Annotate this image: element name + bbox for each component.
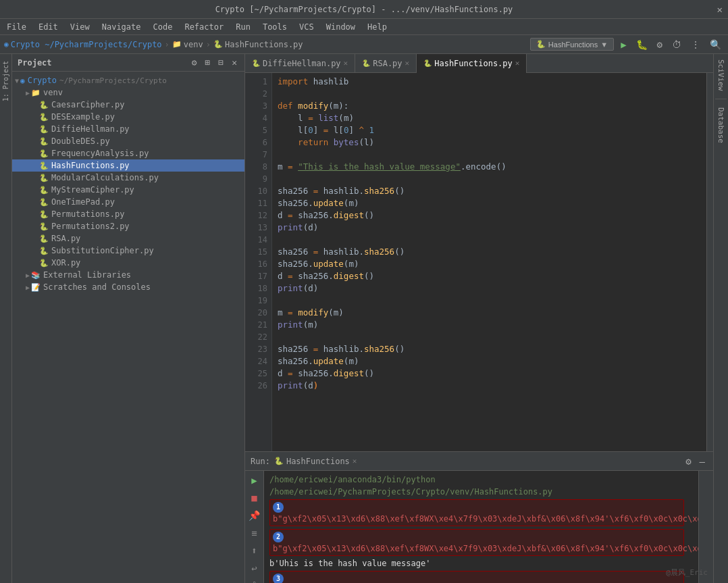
search-icon[interactable]: 🔍: [707, 38, 724, 51]
editor-tabs: 🐍 DiffieHellman.py ✕ 🐍 RSA.py ✕ 🐍 HashFu…: [245, 54, 713, 73]
tab-rsa[interactable]: 🐍 RSA.py ✕: [355, 54, 417, 73]
menu-file[interactable]: File: [4, 21, 29, 33]
tree-des[interactable]: 🐍 DESExample.py: [12, 111, 244, 123]
tree-venv[interactable]: ▶ 📁 venv: [12, 86, 244, 99]
run-panel-header: Run: 🐍 HashFunctions ✕ ⚙ —: [245, 452, 713, 471]
run-config-button[interactable]: 🐍 HashFunctions ▼: [530, 38, 614, 51]
scroll-icon[interactable]: ≡: [250, 526, 258, 540]
breadcrumb-file[interactable]: 🐍 HashFunctions.py: [213, 40, 303, 49]
menu-vcs[interactable]: VCS: [296, 21, 317, 33]
sidebar-settings-icon[interactable]: ⚙: [190, 57, 199, 68]
output-line-1: 1 b"g\xf2\x05\x13\xd6\x88\xef\xf8WX\xe4\…: [269, 498, 693, 528]
tree-extlib[interactable]: ▶ 📚 External Libraries: [12, 269, 244, 281]
stop-icon[interactable]: ■: [250, 491, 258, 505]
tree-perm[interactable]: 🐍 Permutations.py: [12, 208, 244, 220]
editor-scrollbar[interactable]: [706, 73, 713, 451]
menu-navigate[interactable]: Navigate: [99, 21, 144, 33]
tab-close-diffie[interactable]: ✕: [344, 59, 348, 68]
filter-icon[interactable]: ⬆: [250, 544, 258, 557]
menu-run[interactable]: Run: [233, 21, 253, 33]
run-minimize-icon[interactable]: —: [697, 455, 708, 468]
run-left-toolbar: ▶ ■ 📌 ≡ ⬆ ↩ 🗑: [245, 471, 264, 583]
rerun-icon[interactable]: ▶: [250, 474, 258, 487]
wrap-icon[interactable]: ↩: [250, 561, 258, 575]
tree-root[interactable]: ▼ ◉ Crypto ~/PycharmProjects/Crypto: [12, 74, 244, 86]
menu-edit[interactable]: Edit: [36, 21, 61, 33]
sidebar: Project ⚙ ⊞ ⊟ ✕ ▼ ◉ Crypto ~/PycharmProj…: [12, 54, 245, 583]
tree-sub[interactable]: 🐍 SubstitutionCipher.py: [12, 245, 244, 257]
tab-hash[interactable]: 🐍 HashFunctions.py ✕: [417, 54, 527, 73]
sidebar-header: Project ⚙ ⊞ ⊟ ✕: [12, 54, 244, 72]
badge-3: 3: [273, 574, 284, 583]
tree-xor[interactable]: 🐍 XOR.py: [12, 257, 244, 269]
sidebar-title: Project: [18, 58, 186, 68]
tree-caesar[interactable]: 🐍 CaesarCipher.py: [12, 99, 244, 111]
toolbar-right: 🐍 HashFunctions ▼ ▶ 🐛 ⚙ ⏱ ⋮ 🔍: [530, 38, 724, 51]
right-tab-sciview[interactable]: SciView: [715, 54, 727, 96]
left-panel-tab: 1: Project: [0, 54, 12, 583]
bottom-right-toolbar: [698, 471, 713, 583]
tree-rsa[interactable]: 🐍 RSA.py: [12, 232, 244, 245]
output-path-line: /home/ericwei/anaconda3/bin/python /home…: [269, 474, 693, 498]
right-panel-tabs: SciView Database: [713, 54, 728, 583]
tree-hash[interactable]: 🐍 HashFunctions.py: [12, 159, 244, 172]
close-button[interactable]: ✕: [717, 4, 723, 15]
tree-freq[interactable]: 🐍 FrequencyAnalysis.py: [12, 147, 244, 159]
watermark: @晨风_Eric: [666, 567, 708, 578]
content-area: 1: Project Project ⚙ ⊞ ⊟ ✕ ▼ ◉ Crypto ~/…: [0, 54, 728, 583]
tree-doubldes[interactable]: 🐍 DoubleDES.py: [12, 135, 244, 147]
tab-diffie[interactable]: 🐍 DiffieHellman.py ✕: [245, 54, 355, 73]
tree-perm2[interactable]: 🐍 Permutations2.py: [12, 220, 244, 232]
tree-stream[interactable]: 🐍 MyStreamCipher.py: [12, 184, 244, 196]
coverage-icon[interactable]: ⚙: [654, 38, 665, 51]
run-icon[interactable]: ▶: [618, 38, 629, 51]
trash-icon[interactable]: 🗑: [249, 579, 261, 583]
run-panel-toolbar-right: ⚙ —: [683, 455, 708, 468]
sidebar-expand-icon[interactable]: ⊞: [203, 57, 213, 68]
menu-view[interactable]: View: [68, 21, 93, 33]
run-settings-icon[interactable]: ⚙: [683, 455, 694, 468]
breadcrumb-crypto[interactable]: ◉ Crypto ~/PycharmProjects/Crypto: [4, 40, 162, 49]
menu-refactor[interactable]: Refactor: [182, 21, 226, 33]
tree-otp[interactable]: 🐍 OneTimePad.py: [12, 196, 244, 208]
window-title: Crypto [~/PycharmProjects/Crypto] - .../…: [215, 5, 513, 14]
pin-icon[interactable]: 📌: [247, 509, 261, 522]
code-content[interactable]: import hashlib def modify(m): l = list(m…: [272, 73, 706, 451]
title-bar: Crypto [~/PycharmProjects/Crypto] - .../…: [0, 0, 728, 19]
tree-scratches[interactable]: ▶ 📝 Scratches and Consoles: [12, 281, 244, 293]
menu-window[interactable]: Window: [323, 21, 358, 33]
run-tab-close[interactable]: ✕: [353, 457, 357, 465]
nav-bar: ◉ Crypto ~/PycharmProjects/Crypto › 📁 ve…: [0, 35, 728, 54]
sidebar-close-icon[interactable]: ✕: [230, 57, 239, 68]
project-tab-label[interactable]: 1: Project: [1, 57, 11, 105]
run-label: Run:: [251, 457, 270, 466]
menu-tools[interactable]: Tools: [260, 21, 290, 33]
run-tab-hash[interactable]: 🐍 HashFunctions ✕: [274, 457, 357, 466]
line-numbers: 12345 678910 1112131415 1617181920 21222…: [245, 73, 272, 451]
tab-close-hash[interactable]: ✕: [515, 59, 520, 68]
sidebar-collapse-icon[interactable]: ⊟: [216, 57, 226, 68]
output-line-3: b'Uhis is the hash value message': [269, 557, 693, 569]
menu-bar: File Edit View Navigate Code Refactor Ru…: [0, 19, 728, 35]
run-body: ▶ ■ 📌 ≡ ⬆ ↩ 🗑 /home/ericwei/anaconda3/bi…: [245, 471, 713, 583]
code-editor[interactable]: 12345 678910 1112131415 1617181920 21222…: [245, 73, 713, 451]
editor-main: 🐍 DiffieHellman.py ✕ 🐍 RSA.py ✕ 🐍 HashFu…: [245, 54, 713, 583]
badge-2: 2: [273, 532, 284, 542]
badge-1: 1: [273, 502, 284, 513]
run-panel: Run: 🐍 HashFunctions ✕ ⚙ — ▶: [245, 451, 713, 583]
output-line-2: 2 b"g\xf2\x05\x13\xd6\x88\xef\xf8WX\xe4\…: [269, 528, 693, 557]
menu-help[interactable]: Help: [365, 21, 390, 33]
file-tree: ▼ ◉ Crypto ~/PycharmProjects/Crypto ▶ 📁 …: [12, 72, 244, 583]
output-line-4: 3 b'\xeb\x88\x94hg\xaex\xdc\x16\xd0p\x14…: [269, 569, 693, 583]
more-icon[interactable]: ⋮: [688, 38, 703, 51]
debug-icon[interactable]: 🐛: [633, 38, 650, 51]
run-output: /home/ericwei/anaconda3/bin/python /home…: [264, 471, 698, 583]
tab-close-rsa[interactable]: ✕: [405, 59, 410, 68]
profile-icon[interactable]: ⏱: [669, 38, 684, 51]
breadcrumb-venv[interactable]: 📁 venv: [172, 40, 203, 49]
tree-diffie[interactable]: 🐍 DiffieHellman.py: [12, 123, 244, 135]
menu-code[interactable]: Code: [151, 21, 176, 33]
right-tab-database[interactable]: Database: [715, 102, 727, 149]
tree-modular[interactable]: 🐍 ModularCalculations.py: [12, 172, 244, 184]
